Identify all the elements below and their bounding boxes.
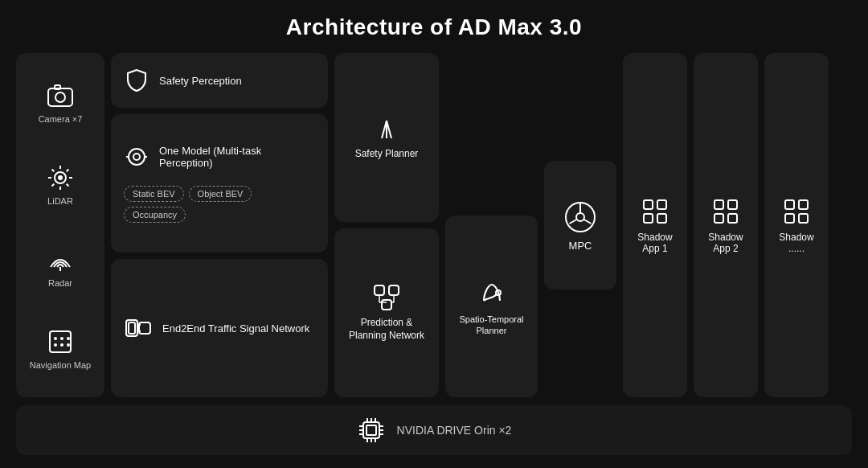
svg-point-22	[133, 154, 140, 160]
svg-rect-50	[714, 200, 723, 209]
camera-label: Camera ×7	[39, 114, 83, 124]
end2end-icon	[124, 314, 153, 343]
one-model-tags: Static BEV Object BEV Occupancy	[124, 186, 315, 223]
svg-rect-57	[799, 214, 808, 223]
perception-column: Safety Perception One Model (Multi-task …	[111, 53, 328, 397]
navmap-icon	[45, 326, 76, 357]
svg-line-12	[52, 184, 55, 187]
main-content: Camera ×7	[16, 53, 852, 397]
shadow-app-3-block: Shadow ......	[764, 53, 829, 397]
radar-label: Radar	[48, 278, 72, 288]
mpc-label: MPC	[569, 240, 592, 252]
tag-occupancy: Occupancy	[124, 207, 186, 223]
sensor-camera: Camera ×7	[39, 80, 83, 124]
sensor-lidar: LiDAR	[45, 162, 76, 206]
shadow-app-2-label: Shadow App 2	[700, 232, 751, 254]
spatio-column: Spatio-Temporal Planner	[445, 53, 538, 397]
steering-icon	[563, 199, 598, 235]
svg-rect-0	[48, 88, 72, 106]
svg-line-45	[584, 220, 592, 224]
navmap-label: Navigation Map	[30, 360, 91, 370]
svg-rect-14	[50, 331, 71, 352]
svg-point-15	[54, 337, 57, 340]
svg-point-21	[129, 149, 145, 165]
svg-rect-53	[728, 214, 737, 223]
camera-icon	[45, 80, 76, 111]
svg-rect-47	[657, 200, 666, 209]
mpc-block: MPC	[544, 161, 616, 289]
sensor-radar: Radar	[45, 244, 76, 288]
shadow-app-2-column: Shadow App 2	[694, 53, 758, 397]
svg-rect-54	[785, 200, 794, 209]
svg-rect-52	[714, 214, 723, 223]
safety-planner-block: Safety Planner	[334, 53, 439, 222]
nvidia-drive-label: NVIDIA DRIVE Orin ×2	[397, 424, 512, 437]
lidar-label: LiDAR	[47, 196, 73, 206]
shadow-app-1-label: Shadow App 1	[629, 232, 681, 254]
planning-column: Safety Planner Prediction & Planning Net	[334, 53, 439, 397]
svg-line-9	[52, 170, 55, 172]
shadow-app-1-block: Shadow App 1	[623, 53, 687, 397]
svg-rect-51	[728, 200, 737, 209]
end2end-block: End2End Traffic Signal Network	[111, 259, 328, 397]
bottom-bar: NVIDIA DRIVE Orin ×2	[16, 405, 852, 455]
lidar-icon	[45, 162, 76, 193]
svg-line-10	[67, 184, 69, 187]
sensor-navmap: Navigation Map	[30, 326, 91, 370]
safety-planner-label: Safety Planner	[355, 148, 419, 161]
arrows-up-icon	[372, 114, 401, 143]
one-model-row: One Model (Multi-task Perception)	[124, 144, 315, 170]
end2end-label: End2End Traffic Signal Network	[162, 322, 309, 335]
shadow-app-1-column: Shadow App 1	[623, 53, 687, 397]
prediction-planning-block: Prediction & Planning Network	[334, 228, 439, 397]
safety-perception-block: Safety Perception	[111, 53, 328, 108]
svg-rect-26	[129, 322, 135, 334]
page-title: Architecture of AD Max 3.0	[16, 14, 852, 40]
spatio-icon	[476, 277, 508, 309]
mpc-column: MPC	[544, 53, 616, 397]
one-model-label: One Model (Multi-task Perception)	[159, 145, 315, 169]
eye-icon	[124, 144, 149, 170]
svg-rect-33	[375, 285, 384, 295]
svg-point-1	[55, 92, 65, 102]
prediction-planning-label: Prediction & Planning Network	[342, 317, 431, 342]
safety-perception-label: Safety Perception	[159, 75, 242, 87]
sensors-column: Camera ×7	[16, 53, 104, 397]
svg-point-42	[576, 213, 584, 221]
svg-rect-55	[799, 200, 808, 209]
tag-object-bev: Object BEV	[189, 186, 252, 202]
svg-point-18	[60, 343, 63, 347]
svg-point-16	[54, 343, 57, 347]
radar-icon	[45, 244, 76, 275]
svg-point-20	[67, 343, 70, 347]
page: Architecture of AD Max 3.0 Camera ×7	[0, 0, 868, 468]
spatio-block: Spatio-Temporal Planner	[445, 216, 538, 397]
shadow-app-3-label: Shadow ......	[771, 232, 822, 254]
svg-rect-56	[785, 214, 794, 223]
chip-icon	[357, 416, 386, 445]
shadow-app-3-column: Shadow ......	[764, 53, 829, 397]
svg-point-17	[60, 337, 63, 340]
svg-rect-46	[644, 200, 653, 209]
shield-icon	[124, 68, 149, 93]
svg-rect-48	[644, 214, 653, 223]
shadow-app-1-grid-icon	[640, 196, 670, 227]
svg-rect-2	[55, 85, 60, 89]
svg-line-44	[570, 220, 577, 224]
svg-rect-49	[657, 214, 666, 223]
svg-rect-29	[139, 322, 150, 334]
shadow-app-2-block: Shadow App 2	[694, 53, 758, 397]
svg-rect-35	[382, 300, 391, 310]
svg-line-11	[67, 170, 69, 172]
tag-static-bev: Static BEV	[124, 186, 184, 202]
shadow-app-2-grid-icon	[710, 196, 741, 227]
svg-point-19	[67, 337, 70, 340]
svg-rect-34	[389, 285, 399, 295]
one-model-block: One Model (Multi-task Perception) Static…	[111, 114, 328, 252]
svg-point-4	[58, 175, 63, 180]
network-icon	[372, 283, 401, 312]
svg-rect-59	[366, 425, 376, 435]
spatio-label: Spatio-Temporal Planner	[453, 314, 530, 337]
shadow-app-3-grid-icon	[781, 196, 812, 227]
